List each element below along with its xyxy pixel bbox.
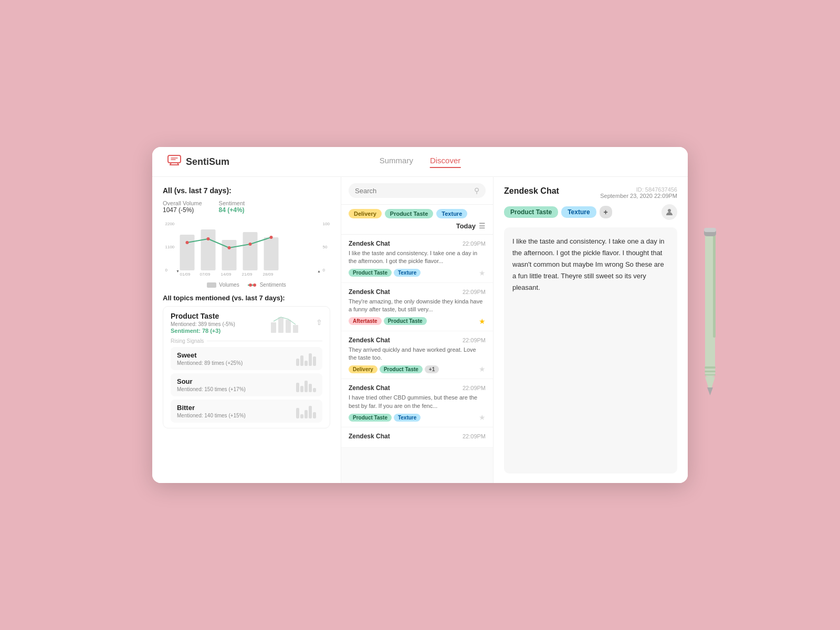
- tag-texture[interactable]: Texture: [394, 269, 421, 277]
- svg-rect-45: [705, 374, 716, 375]
- chat-footer: Product Taste Texture ★: [349, 413, 486, 422]
- chart-area: 2200 1100 0 100 50 0: [163, 219, 330, 277]
- tag-product-taste[interactable]: Product Taste: [380, 365, 423, 373]
- chart-svg: 2200 1100 0 100 50 0: [163, 219, 330, 277]
- stats-row: Overall Volume 1047 (-5%) Sentiment 84 (…: [163, 200, 330, 214]
- tag-delivery[interactable]: Delivery: [349, 365, 377, 373]
- chat-item[interactable]: Zendesk Chat 22:09PM: [341, 427, 493, 448]
- right-meta: ID: 5847637456 September 23, 2020 22:09P…: [600, 186, 677, 199]
- filter-icon[interactable]: ☰: [479, 222, 486, 230]
- chat-source: Zendesk Chat: [349, 240, 390, 247]
- filter-row: Delivery Product Taste Texture Today ☰: [341, 205, 493, 235]
- tag-texture[interactable]: Texture: [394, 414, 421, 422]
- svg-text:2200: 2200: [165, 222, 175, 226]
- svg-rect-35: [293, 325, 298, 333]
- svg-point-20: [249, 243, 252, 246]
- right-tag-texture[interactable]: Texture: [561, 206, 596, 218]
- pen-decoration: [696, 225, 724, 405]
- search-input[interactable]: [355, 187, 471, 195]
- chat-time: 22:09PM: [463, 433, 486, 439]
- sentiment-label: Sentiment: [219, 200, 245, 206]
- star-icon[interactable]: ★: [479, 365, 486, 373]
- chat-time: 22:09PM: [463, 337, 486, 343]
- left-panel: All (vs. last 7 days): Overall Volume 10…: [152, 177, 341, 483]
- chat-list: Zendesk Chat 22:09PM I like the taste an…: [341, 235, 493, 483]
- svg-point-31: [253, 284, 256, 287]
- tab-discover[interactable]: Discover: [430, 156, 460, 168]
- bar: [309, 353, 312, 366]
- topics-title: All topics mentioned (vs. last 7 days):: [163, 294, 330, 302]
- app-window: SentiSum Summary Discover All (vs. last …: [152, 147, 688, 483]
- sub-topic-mentioned-sweet: Mentioned: 89 times (+25%): [177, 360, 243, 366]
- add-tag-button[interactable]: +: [600, 206, 612, 218]
- sub-topic-name-sour: Sour: [177, 377, 246, 385]
- bar: [296, 408, 299, 418]
- tag-product-taste[interactable]: Product Taste: [384, 317, 427, 325]
- chat-text: They arrived quickly and have worked gre…: [349, 346, 486, 362]
- svg-text:01/09: 01/09: [180, 272, 191, 277]
- sub-topic-name-bitter: Bitter: [177, 404, 246, 412]
- tag-product-taste[interactable]: Product Taste: [349, 414, 392, 422]
- svg-marker-28: [318, 270, 320, 272]
- svg-text:14/09: 14/09: [221, 272, 232, 277]
- svg-text:28/09: 28/09: [263, 272, 274, 277]
- svg-rect-43: [705, 366, 716, 369]
- chat-item[interactable]: Zendesk Chat 22:09PM They arrived quickl…: [341, 331, 493, 380]
- chat-tags: Delivery Product Taste +1: [349, 365, 439, 373]
- svg-rect-14: [222, 240, 237, 270]
- bar: [304, 381, 308, 392]
- collapse-button[interactable]: ⇧: [316, 318, 322, 327]
- svg-rect-15: [243, 232, 258, 270]
- chat-source: Zendesk Chat: [349, 433, 390, 440]
- svg-rect-0: [168, 155, 181, 163]
- tab-summary[interactable]: Summary: [380, 156, 413, 168]
- chat-item-header: Zendesk Chat 22:09PM: [349, 240, 486, 247]
- right-tag-product[interactable]: Product Taste: [504, 206, 558, 218]
- topic-card-main: Product Taste Mentioned: 389 times (-5%)…: [163, 306, 330, 428]
- svg-marker-27: [177, 270, 179, 272]
- sentiments-line-icon: [248, 282, 257, 288]
- rising-signals: Rising Signals: [171, 338, 322, 344]
- chat-source: Zendesk Chat: [349, 337, 390, 344]
- chat-item[interactable]: Zendesk Chat 22:09PM I have tried other …: [341, 379, 493, 427]
- filter-tag-product-taste[interactable]: Product Taste: [385, 209, 434, 218]
- rising-line: [207, 341, 322, 341]
- svg-text:0: 0: [323, 268, 326, 272]
- right-header: Zendesk Chat ID: 5847637456 September 23…: [504, 186, 677, 199]
- person-icon: [665, 208, 674, 216]
- sub-topic-bitter: Bitter Mentioned: 140 times (+15%): [171, 400, 322, 423]
- sub-bar-group-bitter: [296, 404, 316, 418]
- svg-text:100: 100: [323, 222, 330, 226]
- bar: [300, 386, 303, 392]
- avatar-button[interactable]: [662, 204, 677, 220]
- svg-marker-40: [707, 387, 713, 395]
- chat-item-header: Zendesk Chat 22:09PM: [349, 337, 486, 344]
- pen-svg: [696, 225, 724, 403]
- star-icon[interactable]: ★: [479, 413, 486, 422]
- topic-sentiment: Sentiment: 78 (+3): [171, 328, 235, 334]
- tag-aftertaste[interactable]: Aftertaste: [349, 317, 382, 325]
- topic-info: Product Taste Mentioned: 389 times (-5%)…: [171, 312, 235, 334]
- bar: [304, 361, 308, 366]
- svg-point-18: [207, 237, 210, 240]
- search-icon: ⚲: [474, 186, 479, 195]
- chat-footer: Product Taste Texture ★: [349, 269, 486, 277]
- chat-tags: Product Taste Texture: [349, 414, 421, 422]
- svg-point-21: [270, 236, 273, 239]
- chat-item[interactable]: Zendesk Chat 22:09PM They're amazing, th…: [341, 283, 493, 331]
- topic-header: Product Taste Mentioned: 389 times (-5%)…: [171, 312, 322, 334]
- chat-time: 22:09PM: [463, 385, 486, 391]
- star-icon-active[interactable]: ★: [479, 317, 486, 326]
- filter-tag-texture[interactable]: Texture: [436, 209, 467, 218]
- right-date: September 23, 2020 22:09PM: [600, 193, 677, 199]
- bar: [313, 356, 316, 366]
- tag-plus[interactable]: +1: [425, 365, 439, 373]
- search-input-wrap[interactable]: ⚲: [349, 183, 486, 198]
- bar: [300, 414, 303, 418]
- legend-sentiments: Sentiments: [248, 282, 286, 288]
- filter-tag-delivery[interactable]: Delivery: [349, 209, 382, 218]
- svg-text:50: 50: [323, 245, 328, 249]
- star-icon[interactable]: ★: [479, 269, 486, 277]
- tag-product-taste[interactable]: Product Taste: [349, 269, 392, 277]
- chat-item[interactable]: Zendesk Chat 22:09PM I like the taste an…: [341, 235, 493, 283]
